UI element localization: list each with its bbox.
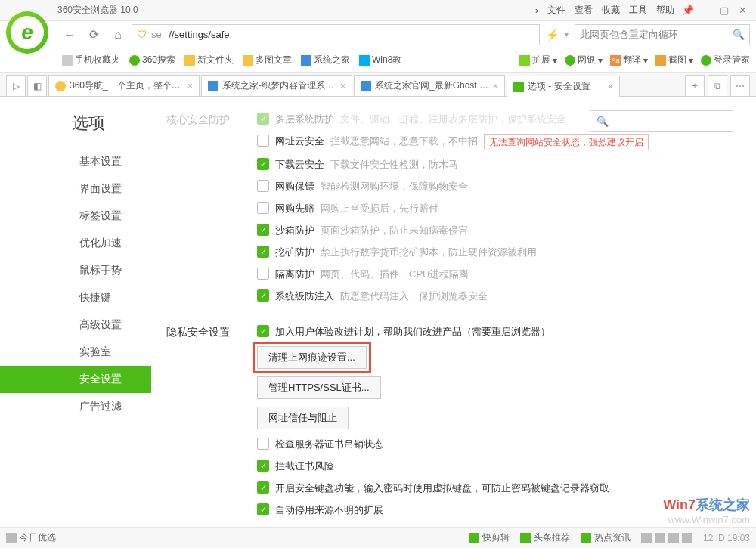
opt-desc: 禁止执行数字货币挖矿脚本，防止硬件资源被利用	[321, 245, 537, 260]
accel-icon[interactable]	[682, 533, 692, 543]
url-path: //settings/safe	[169, 29, 229, 40]
close-button[interactable]: ✕	[733, 5, 751, 16]
menu-file[interactable]: 文件	[547, 4, 565, 17]
bookmark-mobile[interactable]: 手机收藏夹	[59, 54, 123, 67]
tab-history-button[interactable]: ◧	[27, 75, 47, 96]
reload-button[interactable]: ⟳	[83, 24, 104, 45]
checkbox[interactable]: ✓	[257, 289, 269, 302]
sb-headline[interactable]: 头条推荐	[520, 531, 570, 544]
menu-shortcut[interactable]: 快捷键	[0, 284, 151, 311]
back-button[interactable]: ←	[59, 24, 80, 45]
close-icon[interactable]: ×	[493, 81, 498, 91]
menu-adblock[interactable]: 广告过滤	[0, 393, 151, 420]
bookmark-newfolder[interactable]: 新文件夹	[181, 54, 237, 67]
close-icon[interactable]: ×	[187, 81, 193, 91]
bookmark-xitong[interactable]: 系统之家	[298, 54, 353, 67]
tab-0[interactable]: 360导航_一个主页，整个世…×	[48, 75, 200, 96]
pin-button[interactable]: 📌	[679, 5, 697, 16]
checkbox[interactable]	[257, 438, 269, 450]
opt-row: ✓多层系统防护文件、驱动、进程、注册表多层防护，保护系统安全	[257, 112, 741, 127]
tool-extensions[interactable]: 扩展 ▾	[519, 54, 557, 67]
settings-button[interactable]: 管理HTTPS/SSL证书...	[257, 376, 381, 399]
checkbox[interactable]: ✓	[257, 460, 269, 472]
menu-lab[interactable]: 实验室	[0, 339, 151, 366]
download-icon[interactable]	[655, 533, 665, 543]
menu-tools[interactable]: 工具	[629, 4, 647, 17]
opt-row: ✓加入用户体验改进计划，帮助我们改进产品（需要重启浏览器）	[257, 324, 741, 339]
opt-label: 网购先赔	[275, 201, 314, 216]
checkbox[interactable]: ✓	[257, 246, 269, 258]
titlebar-chevron[interactable]: ›	[535, 5, 538, 16]
home-button[interactable]: ⌂	[107, 24, 129, 45]
bookmark-win8[interactable]: Win8教	[356, 54, 404, 67]
menu-optimize[interactable]: 优化加速	[0, 230, 151, 257]
search-box[interactable]: 此网页包含重定向循环 🔍	[575, 24, 750, 45]
settings-button[interactable]: 网址信任与阻止	[257, 407, 349, 429]
restore-tab-button[interactable]: ⧉	[708, 75, 727, 96]
sb-ip: 12 ID 19:03	[703, 533, 750, 543]
search-icon[interactable]: 🔍	[733, 29, 745, 40]
tab-2[interactable]: 系统之家官网_最新Ghost X…×	[354, 75, 505, 96]
bolt-icon[interactable]: ⚡	[546, 29, 559, 41]
sidebar: 选项 基本设置 界面设置 标签设置 优化加速 鼠标手势 快捷键 高级设置 实验室…	[0, 97, 151, 524]
url-box[interactable]: 🛡 se: //settings/safe	[132, 24, 540, 45]
tool-login[interactable]: 登录管家	[701, 54, 750, 67]
close-icon[interactable]: ×	[608, 82, 613, 92]
tab-overflow-button[interactable]: ⋯	[730, 75, 750, 96]
bookmark-multipic[interactable]: 多图文章	[240, 54, 295, 67]
checkbox[interactable]: ✓	[257, 113, 269, 125]
tab-list-button[interactable]: ▷	[6, 75, 26, 96]
checkbox[interactable]: ✓	[257, 158, 269, 170]
checkbox[interactable]: ✓	[257, 503, 269, 515]
checkbox[interactable]: ✓	[257, 224, 269, 236]
bookmark-bar: 手机收藏夹 360搜索 新文件夹 多图文章 系统之家 Win8教 扩展 ▾ 网银…	[0, 48, 756, 73]
favicon-icon	[208, 81, 218, 91]
clear-traces-button[interactable]: 清理上网痕迹设置...	[257, 346, 367, 369]
menu-basic[interactable]: 基本设置	[0, 148, 151, 175]
checkbox[interactable]	[257, 135, 269, 147]
sb-hotnews[interactable]: 热点资讯	[581, 531, 631, 544]
opt-desc: 下载文件安全性检测，防木马	[330, 157, 458, 172]
opt-label: 多层系统防护	[275, 112, 334, 127]
menu-tabs[interactable]: 标签设置	[0, 203, 151, 230]
opt-label: 系统级防注入	[275, 289, 334, 304]
news-icon	[520, 533, 531, 543]
tab-1[interactable]: 系统之家-织梦内容管理系统…×	[201, 75, 352, 96]
menu-fav[interactable]: 收藏	[602, 4, 620, 17]
checkbox[interactable]	[257, 202, 269, 214]
opt-label: 下载云安全	[275, 157, 324, 172]
new-tab-button[interactable]: +	[685, 75, 705, 96]
sun-icon	[6, 533, 17, 543]
user-icon	[701, 55, 711, 66]
menu-advanced[interactable]: 高级设置	[0, 311, 151, 339]
tool-screenshot[interactable]: 截图 ▾	[655, 54, 693, 67]
menu-view[interactable]: 查看	[575, 4, 593, 17]
menu-ui[interactable]: 界面设置	[0, 175, 151, 203]
tool-translate[interactable]: Aa翻译 ▾	[610, 54, 648, 67]
mute-icon[interactable]	[641, 533, 652, 543]
maximize-button[interactable]: ▢	[715, 5, 733, 16]
tab-3-active[interactable]: 选项 - 安全设置×	[507, 76, 620, 97]
ie-icon[interactable]	[668, 533, 679, 543]
minimize-button[interactable]: —	[697, 5, 715, 16]
sb-quickclip[interactable]: 快剪辑	[469, 531, 510, 544]
title-bar: 360安全浏览器 10.0 › 文件 查看 收藏 工具 帮助 📌 — ▢ ✕	[0, 0, 756, 21]
engine-dropdown[interactable]: ▾	[562, 30, 572, 39]
address-bar: ← ⟳ ⌂ 🛡 se: //settings/safe ⚡ ▾ 此网页包含重定向…	[0, 21, 756, 48]
bookmark-360search[interactable]: 360搜索	[126, 54, 178, 67]
close-icon[interactable]: ×	[340, 81, 345, 91]
opt-label: 网购保镖	[275, 179, 314, 194]
menu-help[interactable]: 帮助	[656, 4, 674, 17]
sb-icons[interactable]	[641, 533, 692, 543]
favicon-icon	[513, 82, 524, 92]
opt-desc: 页面沙箱防护，防止未知病毒侵害	[321, 223, 468, 238]
menu-security-active[interactable]: 安全设置	[0, 366, 151, 393]
checkbox[interactable]	[257, 268, 269, 280]
opt-row: 隔离防护网页、代码、插件，CPU进程隔离	[257, 267, 741, 282]
checkbox[interactable]: ✓	[257, 325, 269, 337]
checkbox[interactable]: ✓	[257, 481, 269, 494]
menu-mouse[interactable]: 鼠标手势	[0, 257, 151, 284]
tool-bank[interactable]: 网银 ▾	[565, 54, 603, 67]
checkbox[interactable]	[257, 180, 269, 192]
sb-today[interactable]: 今日优选	[6, 531, 56, 544]
